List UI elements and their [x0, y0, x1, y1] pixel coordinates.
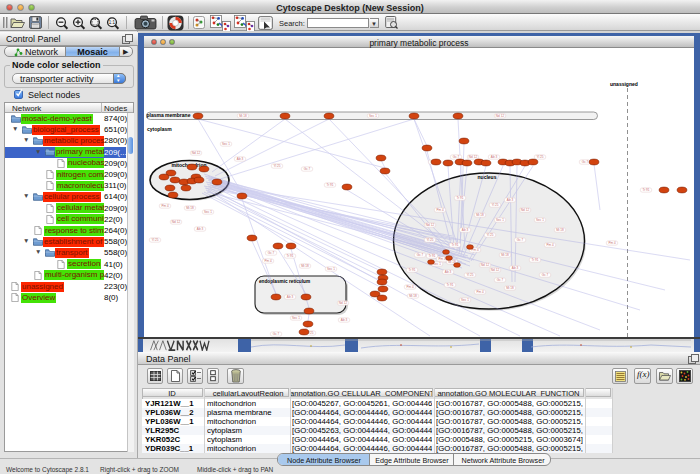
svg-text:Nd 12: Nd 12 — [469, 155, 478, 159]
svg-text:Sec 1: Sec 1 — [536, 218, 544, 222]
svg-text:Pm 4: Pm 4 — [438, 257, 446, 261]
svg-text:Ab 3: Ab 3 — [507, 198, 514, 202]
svg-text:Mi 18: Mi 18 — [506, 286, 514, 290]
svg-text:plasma membrane: plasma membrane — [147, 112, 191, 118]
svg-text:Tr 91: Tr 91 — [446, 283, 453, 287]
svg-text:Sec 1: Sec 1 — [204, 210, 212, 214]
svg-text:Gc 7: Gc 7 — [497, 278, 504, 282]
svg-text:Nd 12: Nd 12 — [521, 208, 530, 212]
svg-text:Sec 1: Sec 1 — [461, 298, 469, 302]
svg-text:Mi 18: Mi 18 — [301, 264, 309, 268]
svg-text:Nd 12: Nd 12 — [481, 263, 490, 267]
svg-text:Ab 3: Ab 3 — [512, 266, 519, 270]
svg-text:Tr 91: Tr 91 — [286, 254, 293, 258]
svg-text:Sec 1: Sec 1 — [369, 114, 377, 118]
svg-text:Pm 4: Pm 4 — [608, 241, 616, 245]
svg-text:Pm 4: Pm 4 — [546, 243, 554, 247]
svg-text:endoplasmic reticulum: endoplasmic reticulum — [259, 279, 310, 284]
svg-text:nucleus: nucleus — [478, 174, 497, 180]
svg-text:Sec 1: Sec 1 — [222, 142, 230, 146]
svg-text:Mi 18: Mi 18 — [239, 114, 247, 118]
svg-text:Ab 3: Ab 3 — [287, 295, 294, 299]
svg-text:Gc 7: Gc 7 — [304, 167, 311, 171]
svg-text:Pm 4: Pm 4 — [476, 290, 484, 294]
svg-text:Pm 4: Pm 4 — [264, 259, 272, 263]
svg-text:Gc 7: Gc 7 — [268, 251, 275, 255]
svg-text:Pm 4: Pm 4 — [406, 285, 414, 289]
svg-text:Mi 18: Mi 18 — [186, 206, 194, 210]
svg-text:Sec 1: Sec 1 — [327, 267, 335, 271]
svg-text:Yl 25: Yl 25 — [466, 273, 473, 277]
svg-text:Nd 12: Nd 12 — [339, 301, 348, 305]
svg-text:Ab 3: Ab 3 — [491, 155, 498, 159]
svg-text:Gc 7: Gc 7 — [542, 273, 549, 277]
svg-text:Ab 3: Ab 3 — [197, 227, 204, 231]
svg-text:Pm 4: Pm 4 — [161, 204, 169, 208]
svg-text:Yl 25: Yl 25 — [536, 155, 543, 159]
svg-text:Ab 3: Ab 3 — [462, 228, 469, 232]
svg-text:Sec 1: Sec 1 — [496, 218, 504, 222]
svg-text:Pm 4: Pm 4 — [436, 208, 444, 212]
svg-text:Tr 91: Tr 91 — [428, 254, 435, 258]
svg-text:Ab 3: Ab 3 — [341, 318, 348, 322]
svg-text:Nd 12: Nd 12 — [496, 114, 505, 118]
svg-text:Tr 91: Tr 91 — [408, 268, 415, 272]
svg-text:Nd 12: Nd 12 — [426, 223, 435, 227]
svg-text:cytoplasm: cytoplasm — [147, 126, 172, 132]
svg-text:Mi 18: Mi 18 — [476, 213, 484, 217]
svg-text:Nd 12: Nd 12 — [172, 220, 181, 224]
svg-text:Nd 12: Nd 12 — [192, 151, 201, 155]
svg-text:Gc 7: Gc 7 — [582, 160, 589, 164]
svg-text:Mi 18: Mi 18 — [409, 294, 417, 298]
svg-text:Gc 7: Gc 7 — [453, 155, 460, 159]
svg-text:Tr 91: Tr 91 — [456, 196, 463, 200]
svg-text:Yl 25: Yl 25 — [491, 203, 498, 207]
svg-text:Yl 25: Yl 25 — [273, 164, 280, 168]
svg-text:Tr 91: Tr 91 — [326, 183, 333, 187]
svg-text:Tr 91: Tr 91 — [642, 188, 649, 192]
svg-text:Mi 18: Mi 18 — [501, 253, 509, 257]
svg-text:Tr 91: Tr 91 — [451, 243, 458, 247]
svg-text:Mi 18: Mi 18 — [556, 228, 564, 232]
svg-text:1:1: 1:1 — [109, 20, 116, 25]
svg-text:Yl 25: Yl 25 — [426, 238, 433, 242]
svg-text:Ab 3: Ab 3 — [237, 157, 244, 161]
svg-text:Yl 25: Yl 25 — [151, 238, 158, 242]
svg-text:Gc 7: Gc 7 — [517, 238, 524, 242]
svg-text:Nd 12: Nd 12 — [491, 268, 500, 272]
svg-text:unassigned: unassigned — [610, 81, 638, 87]
svg-text:Sec 1: Sec 1 — [292, 316, 300, 320]
svg-text:Yl 25: Yl 25 — [486, 233, 493, 237]
svg-text:Gc 7: Gc 7 — [417, 253, 424, 257]
svg-text:Ab 3: Ab 3 — [445, 270, 452, 274]
svg-text:Tr 91: Tr 91 — [531, 258, 538, 262]
